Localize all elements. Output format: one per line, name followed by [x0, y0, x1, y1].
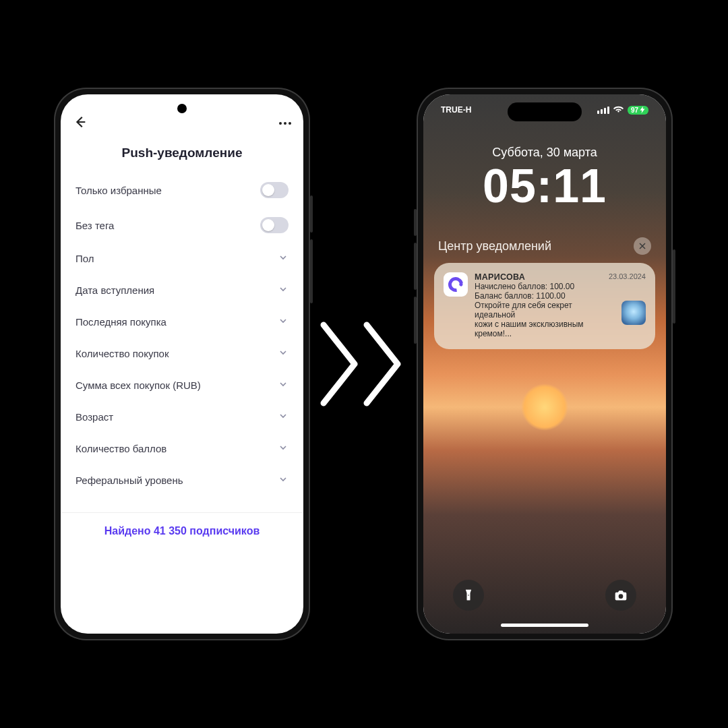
- filter-label: Последняя покупка: [75, 316, 166, 328]
- filter-row-points[interactable]: Количество баллов: [61, 433, 303, 464]
- chevron-right-icon: [315, 317, 363, 411]
- filter-label: Возраст: [75, 411, 113, 423]
- clear-notifications-button[interactable]: [634, 237, 651, 255]
- chevron-down-icon: [278, 474, 289, 487]
- filter-label: Количество баллов: [75, 443, 166, 454]
- toggle-row-favorites: Только избранные: [61, 173, 303, 208]
- android-phone-frame: Push-уведомление Только избранные Без те…: [54, 88, 310, 640]
- filter-label: Сумма всех покупок (RUB): [75, 380, 201, 391]
- flow-arrow: [315, 317, 406, 411]
- battery-badge: 97: [628, 106, 648, 115]
- notif-date: 23.03.2024: [609, 272, 646, 280]
- toggle-label: Без тега: [75, 220, 114, 231]
- app-header: [61, 94, 303, 136]
- lockscreen-time: 05:11: [423, 159, 666, 213]
- lockscreen-shortcuts: [423, 580, 666, 611]
- more-button[interactable]: [279, 122, 291, 125]
- camera-button[interactable]: [605, 580, 636, 611]
- chevron-down-icon: [278, 347, 289, 360]
- side-button: [673, 249, 675, 324]
- chevron-down-icon: [278, 284, 289, 297]
- volume-up-button: [414, 243, 417, 290]
- arrow-left-icon: [73, 115, 88, 129]
- notif-line: Начислено баллов: 100.00: [475, 282, 646, 291]
- iphone-lockscreen: TRUE-H 97 Суббота, 30 марта 05:11 Центр …: [423, 94, 666, 634]
- close-icon: [638, 242, 646, 250]
- camera-icon: [614, 588, 628, 602]
- found-subscribers-label: Найдено 41 350 подписчиков: [61, 512, 303, 537]
- toggle-row-no-tag: Без тега: [61, 208, 303, 243]
- filter-label: Дата вступления: [75, 284, 154, 296]
- chevron-down-icon: [278, 252, 289, 265]
- favorites-toggle[interactable]: [260, 182, 289, 198]
- chevron-down-icon: [278, 379, 289, 392]
- flashlight-button[interactable]: [453, 580, 484, 611]
- page-title: Push-уведомление: [61, 146, 303, 160]
- volume-button: [310, 195, 313, 233]
- notif-line: кожи с нашим эксклюзивным кремом!...: [475, 320, 611, 338]
- push-notification-card[interactable]: МАРИСОВА 23.03.2024 Начислено баллов: 10…: [434, 263, 655, 349]
- power-button: [310, 239, 313, 303]
- android-screen: Push-уведомление Только избранные Без те…: [61, 94, 303, 634]
- notif-line: Баланс баллов: 1100.00: [475, 291, 646, 301]
- iphone-frame: TRUE-H 97 Суббота, 30 марта 05:11 Центр …: [417, 88, 673, 640]
- mute-switch: [414, 209, 417, 236]
- no-tag-toggle[interactable]: [260, 217, 289, 233]
- filter-row-purchase-sum[interactable]: Сумма всех покупок (RUB): [61, 369, 303, 401]
- back-button[interactable]: [73, 115, 88, 132]
- wifi-icon: [613, 104, 624, 116]
- notification-center-header: Центр уведомлений: [438, 237, 651, 255]
- filter-row-purchase-count[interactable]: Количество покупок: [61, 338, 303, 369]
- notif-app-name: МАРИСОВА: [475, 272, 525, 282]
- front-camera: [177, 104, 187, 113]
- nc-title: Центр уведомлений: [438, 239, 551, 253]
- home-indicator[interactable]: [501, 624, 588, 627]
- lockscreen-date: Суббота, 30 марта: [423, 146, 666, 160]
- chevron-down-icon: [278, 411, 289, 423]
- filter-row-last-purchase[interactable]: Последняя покупка: [61, 306, 303, 338]
- filter-label: Количество покупок: [75, 348, 169, 359]
- filters-list: Только избранные Без тега Пол Дата вступ…: [61, 173, 303, 496]
- toggle-label: Только избранные: [75, 185, 162, 196]
- signal-icon: [597, 107, 609, 114]
- carrier-label: TRUE-H: [441, 105, 471, 115]
- notif-thumbnail: [621, 301, 646, 325]
- filter-row-gender[interactable]: Пол: [61, 243, 303, 274]
- charging-icon: [640, 107, 645, 113]
- filter-row-age[interactable]: Возраст: [61, 401, 303, 433]
- filter-label: Пол: [75, 253, 94, 264]
- app-icon: [444, 272, 468, 297]
- status-bar: TRUE-H 97: [423, 104, 666, 116]
- filter-label: Реферальный уровень: [75, 475, 183, 486]
- chevron-down-icon: [278, 442, 289, 455]
- flashlight-icon: [462, 588, 475, 602]
- chevron-down-icon: [278, 315, 289, 328]
- notif-line: Откройте для себя секрет идеальной: [475, 301, 611, 320]
- chevron-right-icon: [359, 317, 406, 411]
- filter-row-referral[interactable]: Реферальный уровень: [61, 464, 303, 496]
- volume-down-button: [414, 297, 417, 344]
- filter-row-join-date[interactable]: Дата вступления: [61, 274, 303, 306]
